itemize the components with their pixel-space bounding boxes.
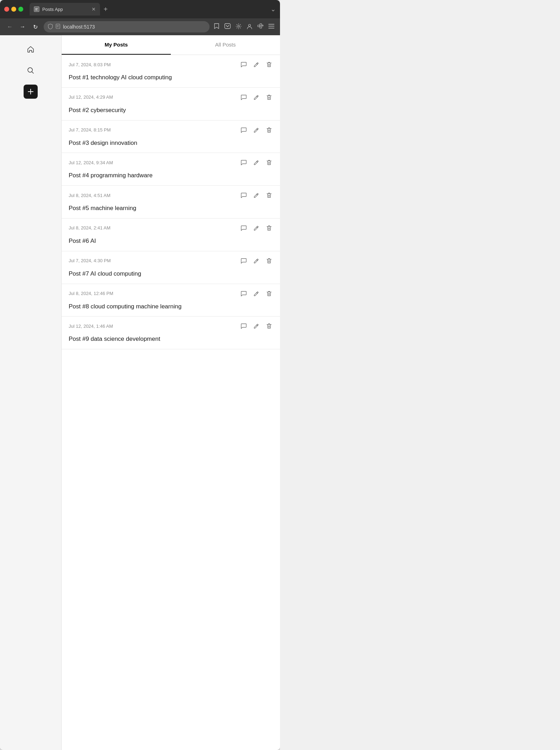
traffic-lights — [4, 7, 23, 12]
maximize-button[interactable] — [18, 7, 23, 12]
edit-button[interactable] — [253, 191, 260, 199]
post-item-8: Jul 8, 2024, 12:46 PM — [62, 284, 280, 317]
edit-button[interactable] — [253, 224, 260, 232]
main-content: My Posts All Posts Jul 7, 2024, 8:03 PM — [62, 35, 280, 750]
edit-button[interactable] — [253, 61, 260, 68]
toolbar-icons — [214, 23, 274, 31]
delete-button[interactable] — [265, 159, 273, 166]
shield-icon — [48, 24, 53, 30]
edit-button[interactable] — [253, 93, 260, 101]
svg-rect-10 — [258, 25, 260, 27]
new-tab-button[interactable]: + — [104, 5, 108, 13]
post-date: Jul 8, 2024, 2:41 AM — [69, 225, 111, 230]
post-title: Post #1 technology AI cloud computing — [69, 73, 273, 82]
delete-button[interactable] — [265, 322, 273, 330]
bookmark-icon[interactable] — [214, 23, 219, 31]
url-text: localhost:5173 — [63, 24, 95, 30]
post-title: Post #7 AI cloud computing — [69, 270, 273, 278]
post-item-6: Jul 8, 2024, 2:41 AM — [62, 219, 280, 251]
settings-icon[interactable] — [236, 23, 242, 31]
delete-button[interactable] — [265, 93, 273, 101]
svg-rect-14 — [268, 24, 274, 25]
url-bar[interactable]: localhost:5173 — [44, 21, 210, 32]
tab-title: Posts App — [42, 7, 63, 12]
delete-button[interactable] — [265, 224, 273, 232]
tabs-dropdown-button[interactable]: ⌄ — [270, 5, 276, 13]
post-date: Jul 12, 2024, 4:29 AM — [69, 94, 113, 100]
svg-rect-6 — [57, 26, 58, 26]
comment-button[interactable] — [240, 93, 248, 101]
post-actions — [240, 93, 273, 101]
comment-button[interactable] — [240, 126, 248, 134]
post-title: Post #9 data science development — [69, 335, 273, 343]
post-header: Jul 12, 2024, 1:46 AM — [69, 322, 273, 330]
svg-point-9 — [249, 24, 251, 26]
forward-button[interactable]: → — [18, 24, 27, 30]
post-date: Jul 12, 2024, 1:46 AM — [69, 324, 113, 329]
post-title: Post #2 cybersecurity — [69, 106, 273, 115]
post-title: Post #6 AI — [69, 237, 273, 245]
comment-button[interactable] — [240, 159, 248, 166]
page-icon — [56, 24, 60, 30]
home-nav-button[interactable] — [24, 42, 38, 56]
edit-button[interactable] — [253, 159, 260, 166]
post-header: Jul 12, 2024, 4:29 AM — [69, 93, 273, 101]
edit-button[interactable] — [253, 290, 260, 297]
close-button[interactable] — [4, 7, 9, 12]
browser-tab-posts[interactable]: Posts App ✕ — [30, 3, 100, 16]
comment-button[interactable] — [240, 191, 248, 199]
account-icon[interactable] — [247, 23, 253, 31]
delete-button[interactable] — [265, 257, 273, 265]
delete-button[interactable] — [265, 191, 273, 199]
post-actions — [240, 224, 273, 232]
post-item-9: Jul 12, 2024, 1:46 AM — [62, 316, 280, 349]
post-actions — [240, 159, 273, 166]
minimize-button[interactable] — [11, 7, 16, 12]
delete-button[interactable] — [265, 61, 273, 68]
post-item-1: Jul 7, 2024, 8:03 PM — [62, 55, 280, 88]
tab-bar: Posts App ✕ + ⌄ — [30, 3, 276, 16]
pocket-icon[interactable] — [224, 23, 231, 30]
edit-button[interactable] — [253, 322, 260, 330]
search-nav-button[interactable] — [24, 63, 38, 78]
svg-rect-12 — [260, 26, 262, 28]
post-header: Jul 7, 2024, 8:03 PM — [69, 61, 273, 68]
tab-my-posts[interactable]: My Posts — [62, 35, 171, 55]
post-header: Jul 8, 2024, 12:46 PM — [69, 290, 273, 297]
svg-rect-5 — [57, 25, 59, 25]
svg-rect-3 — [35, 10, 38, 11]
post-actions — [240, 126, 273, 134]
extensions-icon[interactable] — [257, 23, 263, 31]
delete-button[interactable] — [265, 290, 273, 297]
menu-icon[interactable] — [268, 24, 274, 30]
tab-close-button[interactable]: ✕ — [92, 6, 96, 12]
back-button[interactable]: ← — [6, 24, 14, 30]
comment-button[interactable] — [240, 290, 248, 297]
post-title: Post #4 programming hardware — [69, 171, 273, 180]
app-content: My Posts All Posts Jul 7, 2024, 8:03 PM — [0, 35, 280, 750]
comment-button[interactable] — [240, 224, 248, 232]
reload-button[interactable]: ↻ — [31, 24, 39, 30]
tab-favicon — [34, 6, 39, 12]
post-actions — [240, 290, 273, 297]
svg-rect-2 — [35, 9, 37, 10]
delete-button[interactable] — [265, 126, 273, 134]
post-date: Jul 8, 2024, 4:51 AM — [69, 193, 111, 198]
browser-window: Posts App ✕ + ⌄ ← → ↻ — [0, 0, 280, 750]
post-header: Jul 7, 2024, 4:30 PM — [69, 257, 273, 265]
svg-rect-11 — [260, 24, 262, 25]
svg-rect-8 — [225, 24, 230, 29]
edit-button[interactable] — [253, 126, 260, 134]
edit-button[interactable] — [253, 257, 260, 265]
add-post-nav-button[interactable] — [24, 85, 38, 99]
title-bar: Posts App ✕ + ⌄ — [0, 0, 280, 18]
post-header: Jul 7, 2024, 8:15 PM — [69, 126, 273, 134]
tab-all-posts[interactable]: All Posts — [171, 35, 280, 55]
post-item-3: Jul 7, 2024, 8:15 PM — [62, 121, 280, 153]
comment-button[interactable] — [240, 257, 248, 265]
post-item-4: Jul 12, 2024, 9:34 AM — [62, 153, 280, 186]
comment-button[interactable] — [240, 61, 248, 68]
comment-button[interactable] — [240, 322, 248, 330]
post-title: Post #3 design innovation — [69, 139, 273, 147]
post-header: Jul 8, 2024, 2:41 AM — [69, 224, 273, 232]
